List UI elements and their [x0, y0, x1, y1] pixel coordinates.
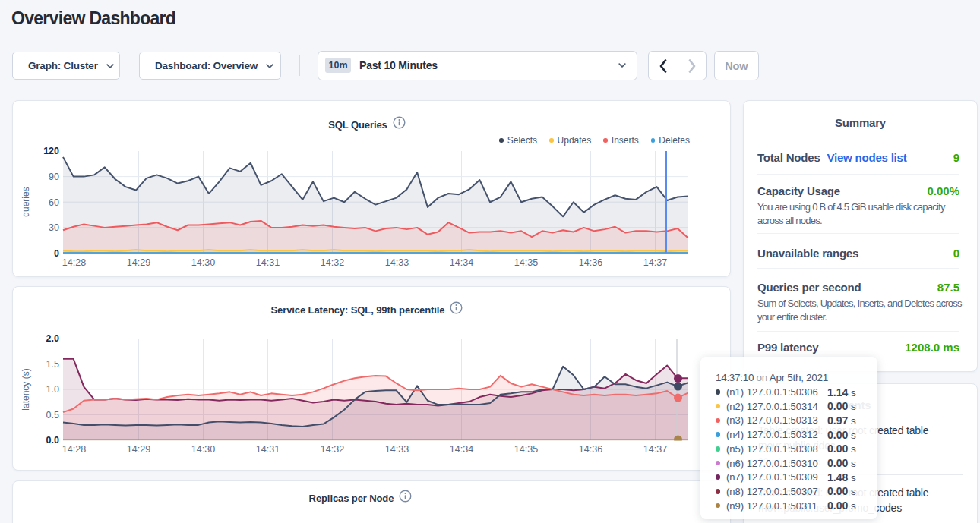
svg-text:14:37: 14:37	[643, 444, 667, 455]
svg-text:14:36: 14:36	[579, 257, 602, 268]
svg-text:latency (s): latency (s)	[21, 368, 31, 410]
svg-text:14:33: 14:33	[385, 444, 409, 455]
svg-text:14:33: 14:33	[385, 257, 409, 268]
svg-text:14:32: 14:32	[321, 444, 344, 455]
svg-text:30: 30	[49, 222, 59, 233]
svg-text:14:36: 14:36	[579, 444, 602, 455]
svg-text:0.0: 0.0	[46, 435, 59, 446]
svg-text:14:34: 14:34	[450, 257, 473, 268]
svg-text:14:35: 14:35	[514, 444, 538, 455]
svg-text:14:29: 14:29	[127, 257, 150, 268]
svg-text:14:30: 14:30	[191, 257, 215, 268]
svg-text:90: 90	[49, 172, 59, 182]
svg-text:14:30: 14:30	[191, 444, 215, 455]
svg-text:14:29: 14:29	[127, 444, 150, 455]
svg-text:14:31: 14:31	[256, 257, 280, 268]
svg-text:14:31: 14:31	[256, 444, 280, 455]
svg-text:14:28: 14:28	[62, 444, 86, 455]
svg-text:queries: queries	[21, 187, 31, 216]
svg-text:14:35: 14:35	[514, 257, 538, 268]
svg-text:14:28: 14:28	[62, 257, 86, 268]
svg-text:60: 60	[49, 197, 59, 208]
svg-text:2.0: 2.0	[46, 333, 59, 344]
svg-text:0: 0	[54, 248, 59, 259]
svg-text:0.5: 0.5	[46, 410, 59, 421]
svg-text:1.0: 1.0	[46, 384, 59, 395]
svg-text:14:34: 14:34	[450, 444, 473, 455]
svg-text:14:37: 14:37	[643, 257, 667, 268]
svg-text:1.5: 1.5	[46, 359, 59, 370]
svg-text:14:32: 14:32	[321, 257, 344, 268]
svg-text:120: 120	[43, 146, 59, 156]
